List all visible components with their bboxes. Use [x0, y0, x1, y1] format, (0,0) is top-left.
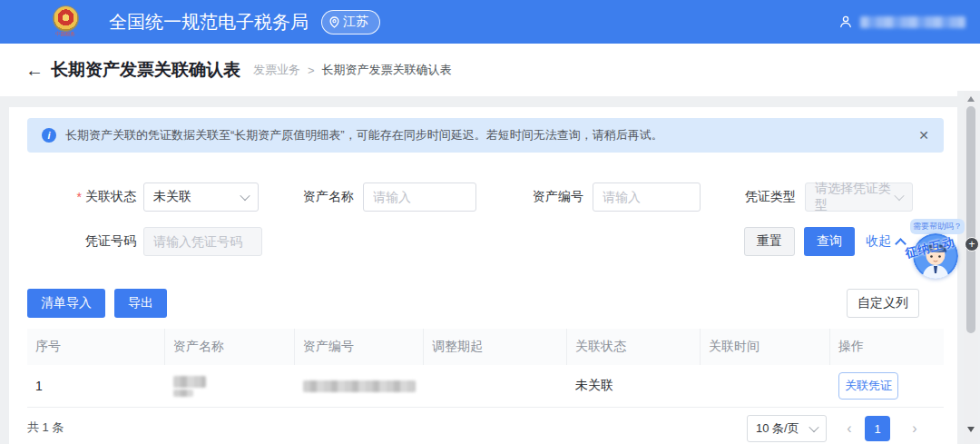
app-header: 中国税务 全国统一规范电子税务局 江苏 — [0, 0, 980, 44]
current-page-button[interactable]: 1 — [865, 416, 890, 441]
link-voucher-button[interactable]: 关联凭证 — [838, 372, 898, 400]
scrollbar-thumb[interactable] — [966, 106, 975, 333]
cell-adjust-start — [424, 365, 567, 407]
scrollbar-up-arrow-icon[interactable] — [967, 96, 975, 102]
alert-text: 长期资产关联的凭证数据关联至“长期资产原值明细表”，可能存在同步时间延迟。若短时… — [65, 127, 909, 143]
back-button[interactable]: ← — [25, 60, 45, 81]
voucher-type-label: 凭证类型 — [696, 183, 796, 212]
chevron-down-icon — [808, 422, 818, 432]
total-count: 共 1 条 — [27, 419, 64, 436]
col-seq: 序号 — [27, 329, 165, 365]
voucher-type-select: 请选择凭证类型 — [805, 183, 913, 212]
table-header: 序号 资产名称 资产编号 调整期起 关联状态 关联时间 操作 — [27, 329, 944, 365]
breadcrumb-current: 长期资产发票关联确认表 — [322, 62, 452, 78]
voucher-no-label: 凭证号码 — [27, 227, 136, 256]
app-root: 中国税务 全国统一规范电子税务局 江苏 ← 长期资产发票关联确认表 发票业务 >… — [0, 0, 980, 444]
cell-asset-code — [295, 365, 424, 407]
asset-code-redacted — [303, 380, 416, 392]
next-page-button[interactable]: › — [903, 415, 926, 442]
user-icon — [838, 15, 853, 29]
asset-name-redacted — [173, 376, 206, 388]
cell-actions: 关联凭证 — [830, 365, 944, 407]
page-header: ← 长期资产发票关联确认表 发票业务 > 长期资产发票关联确认表 — [0, 44, 980, 96]
info-alert: i 长期资产关联的凭证数据关联至“长期资产原值明细表”，可能存在同步时间延迟。若… — [27, 118, 944, 153]
assistant-plus-button[interactable]: + — [965, 237, 979, 252]
asset-code-input[interactable] — [593, 183, 701, 212]
status-label: * 关联状态 — [27, 183, 136, 212]
status-select-value: 未关联 — [153, 189, 191, 205]
collapse-link[interactable]: 收起 — [866, 227, 905, 256]
chevron-down-icon — [894, 191, 904, 201]
user-account[interactable] — [838, 15, 965, 29]
required-mark: * — [77, 190, 82, 204]
content-panel: i 长期资产关联的凭证数据关联至“长期资产原值明细表”，可能存在同步时间延迟。若… — [9, 107, 957, 444]
prev-page-button[interactable]: ‹ — [838, 415, 861, 442]
asset-code-label: 资产编号 — [484, 183, 583, 212]
export-button[interactable]: 导出 — [114, 289, 167, 318]
region-selector[interactable]: 江苏 — [321, 10, 380, 35]
region-label: 江苏 — [343, 14, 368, 30]
tax-bureau-logo: 中国税务 — [47, 6, 83, 37]
import-list-button[interactable]: 清单导入 — [27, 289, 105, 318]
table-row: 1 未关联 关联凭证 — [27, 365, 944, 408]
breadcrumb-parent[interactable]: 发票业务 — [253, 62, 300, 78]
app-title: 全国统一规范电子税务局 — [109, 10, 309, 35]
assistant-avatar[interactable] — [913, 233, 958, 279]
breadcrumb: 发票业务 > 长期资产发票关联确认表 — [253, 62, 452, 78]
customize-columns-button[interactable]: 自定义列 — [847, 289, 919, 318]
cell-asset-name — [165, 365, 295, 407]
assistant-cartoon-icon — [913, 233, 958, 279]
col-status: 关联状态 — [567, 329, 701, 365]
reset-button[interactable]: 重置 — [744, 227, 795, 256]
chevron-up-icon — [895, 238, 906, 250]
assistant-tooltip: 需要帮助吗？ — [910, 219, 965, 234]
national-emblem-icon — [54, 6, 78, 31]
user-name-redacted — [860, 16, 965, 28]
cell-seq: 1 — [27, 365, 165, 407]
logo-caption: 中国税务 — [55, 31, 75, 36]
asset-name-label: 资产名称 — [254, 183, 354, 212]
voucher-no-input — [143, 227, 262, 256]
page-size-value: 10 条/页 — [756, 420, 799, 437]
scrollbar-down-arrow-icon[interactable] — [967, 427, 975, 432]
col-asset-code: 资产编号 — [295, 329, 424, 365]
voucher-type-placeholder: 请选择凭证类型 — [815, 181, 896, 213]
cell-link-time — [701, 365, 830, 407]
location-pin-icon — [329, 16, 339, 28]
alert-close-icon[interactable]: ✕ — [918, 128, 929, 143]
page-title: 长期资产发票关联确认表 — [51, 58, 240, 82]
col-actions: 操作 — [830, 329, 944, 365]
search-button[interactable]: 查询 — [804, 227, 855, 256]
col-adjust-start: 调整期起 — [424, 329, 567, 365]
col-link-time: 关联时间 — [701, 329, 830, 365]
col-asset-name: 资产名称 — [165, 329, 295, 365]
asset-name-input[interactable] — [363, 183, 476, 212]
cell-status: 未关联 — [567, 365, 701, 407]
page-size-select[interactable]: 10 条/页 — [747, 415, 827, 442]
status-select[interactable]: 未关联 — [143, 183, 259, 212]
breadcrumb-separator-icon: > — [308, 64, 315, 77]
info-icon: i — [42, 128, 56, 143]
chevron-down-icon — [240, 191, 250, 201]
asset-name-redacted — [173, 390, 193, 397]
